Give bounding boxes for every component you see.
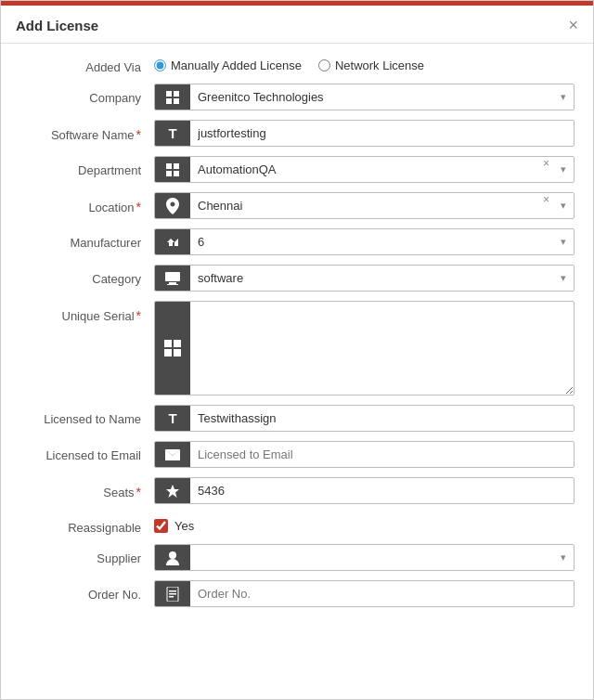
- category-row: Category ▾: [19, 265, 575, 292]
- added-via-label: Added Via: [19, 53, 154, 74]
- svg-rect-13: [164, 349, 172, 356]
- svg-rect-12: [174, 340, 181, 347]
- company-input[interactable]: [190, 84, 553, 110]
- licensed-to-name-input-group: T: [154, 405, 575, 432]
- reassignable-checkbox-group: Yes: [154, 513, 194, 533]
- department-label: Department: [19, 156, 154, 177]
- supplier-control: ▾: [154, 544, 575, 571]
- licensed-to-name-row: Licensed to Name T: [19, 405, 575, 432]
- order-no-input-group: [154, 580, 575, 607]
- licensed-to-email-label: Licensed to Email: [19, 441, 154, 462]
- manufacturer-dropdown-arrow[interactable]: ▾: [553, 229, 574, 254]
- added-via-row: Added Via Manually Added License Network…: [19, 53, 575, 74]
- company-input-group: ▾: [154, 84, 575, 110]
- supplier-input[interactable]: [190, 545, 553, 570]
- department-input[interactable]: [190, 157, 539, 182]
- unique-serial-control: [154, 301, 575, 395]
- location-dropdown-arrow[interactable]: ▾: [553, 193, 574, 218]
- top-accent-bar: [1, 1, 593, 6]
- supplier-dropdown-arrow[interactable]: ▾: [553, 545, 574, 570]
- reassignable-label: Reassignable: [19, 513, 154, 535]
- category-label: Category: [19, 265, 154, 286]
- svg-rect-3: [174, 98, 179, 104]
- svg-rect-10: [167, 284, 178, 285]
- seats-control: [154, 477, 575, 504]
- department-icon: [155, 157, 190, 182]
- unique-serial-input-group: [154, 301, 575, 395]
- location-row: Location* × ▾: [19, 192, 575, 219]
- form-area: Added Via Manually Added License Network…: [1, 44, 593, 631]
- radio-network-license[interactable]: Network License: [318, 58, 424, 72]
- reassignable-checkbox[interactable]: [154, 519, 168, 533]
- manufacturer-label: Manufacturer: [19, 228, 154, 250]
- software-name-label: Software Name*: [19, 120, 154, 142]
- unique-serial-textarea[interactable]: [190, 302, 574, 395]
- required-asterisk: *: [136, 127, 141, 142]
- software-name-input-group: T: [154, 120, 575, 147]
- location-label: Location*: [19, 192, 154, 214]
- location-icon: [155, 193, 190, 218]
- order-no-icon: [155, 581, 190, 606]
- supplier-input-group: ▾: [154, 544, 575, 571]
- order-no-row: Order No.: [19, 580, 575, 607]
- seats-label: Seats*: [19, 477, 154, 499]
- svg-rect-7: [174, 171, 179, 176]
- category-control: ▾: [154, 265, 575, 292]
- svg-rect-6: [166, 171, 172, 176]
- licensed-to-name-control: T: [154, 405, 575, 432]
- supplier-icon: [155, 545, 190, 570]
- seats-input[interactable]: [190, 478, 574, 503]
- category-dropdown-arrow[interactable]: ▾: [553, 266, 574, 291]
- radio-manually-added-input[interactable]: [154, 59, 166, 71]
- order-no-input[interactable]: [190, 581, 574, 606]
- manufacturer-input[interactable]: [190, 229, 553, 254]
- radio-network-license-label: Network License: [335, 58, 424, 72]
- svg-rect-20: [169, 596, 174, 598]
- required-asterisk: *: [136, 308, 141, 323]
- licensed-to-name-input[interactable]: [190, 406, 574, 431]
- department-dropdown-arrow[interactable]: ▾: [553, 157, 574, 182]
- svg-rect-2: [166, 98, 172, 104]
- company-icon: [155, 84, 190, 110]
- reassignable-text: Yes: [174, 519, 194, 533]
- required-asterisk: *: [136, 485, 141, 499]
- department-control: × ▾: [154, 156, 575, 183]
- location-clear-btn[interactable]: ×: [539, 193, 553, 218]
- manufacturer-input-group: ▾: [154, 228, 575, 255]
- svg-rect-0: [166, 91, 172, 97]
- software-name-control: T: [154, 120, 575, 147]
- manufacturer-icon: [155, 229, 190, 254]
- company-dropdown-arrow[interactable]: ▾: [553, 84, 574, 110]
- location-input[interactable]: [190, 193, 539, 218]
- location-input-group: × ▾: [154, 192, 575, 219]
- licensed-to-email-row: Licensed to Email: [19, 441, 575, 468]
- unique-serial-label: Unique Serial*: [19, 301, 154, 323]
- svg-rect-5: [174, 163, 179, 169]
- software-name-input[interactable]: [190, 121, 574, 146]
- licensed-to-email-input-group: [154, 441, 575, 468]
- dialog-titlebar: Add License ×: [1, 6, 593, 44]
- software-name-icon: T: [155, 121, 190, 146]
- company-control: ▾: [154, 84, 575, 110]
- software-name-row: Software Name* T: [19, 120, 575, 147]
- svg-point-16: [169, 551, 176, 559]
- category-input[interactable]: [190, 266, 553, 291]
- seats-row: Seats*: [19, 477, 575, 504]
- manufacturer-row: Manufacturer ▾: [19, 228, 575, 255]
- manufacturer-control: ▾: [154, 228, 575, 255]
- department-row: Department × ▾: [19, 156, 575, 183]
- department-clear-btn[interactable]: ×: [539, 157, 553, 182]
- licensed-to-email-input[interactable]: [190, 442, 574, 467]
- svg-rect-11: [164, 340, 172, 347]
- added-via-radio-group: Manually Added License Network License: [154, 53, 424, 72]
- licensed-to-name-label: Licensed to Name: [19, 405, 154, 426]
- radio-network-license-input[interactable]: [318, 59, 330, 71]
- category-icon: [155, 266, 190, 291]
- seats-icon: [155, 478, 190, 503]
- reassignable-row: Reassignable Yes: [19, 513, 575, 535]
- unique-serial-icon: [155, 302, 190, 395]
- radio-manually-added[interactable]: Manually Added License: [154, 58, 302, 72]
- close-button[interactable]: ×: [568, 17, 578, 33]
- order-no-control: [154, 580, 575, 607]
- svg-rect-19: [169, 593, 176, 595]
